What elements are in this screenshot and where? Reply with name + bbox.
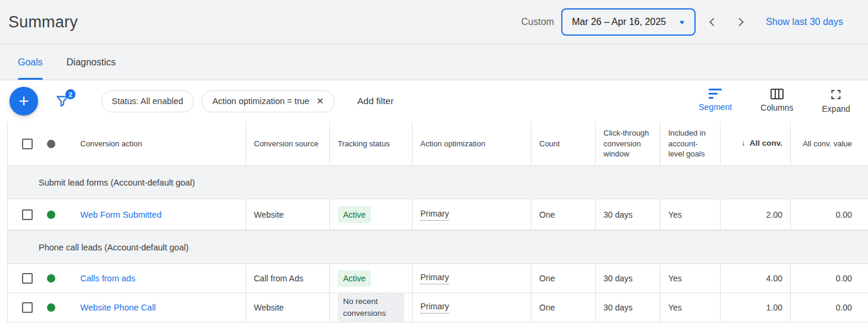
table-row: Website Phone Call Website No recent con… bbox=[8, 293, 868, 322]
cell-count: One bbox=[531, 199, 595, 230]
filter-chip-status[interactable]: Status: All enabled bbox=[101, 90, 194, 112]
tracking-status-badge: Active bbox=[338, 270, 371, 287]
date-range-value: Mar 26 – Apr 16, 2025 bbox=[572, 17, 666, 27]
cell-conversion-action: Calls from ads bbox=[8, 264, 246, 293]
segment-label: Segment bbox=[699, 102, 732, 112]
filter-chip-status-label: Status: All enabled bbox=[112, 96, 183, 106]
header-all-conv[interactable]: ↓ All conv. bbox=[720, 122, 790, 165]
group-row-submit-lead-forms: Submit lead forms (Account-default goal) bbox=[8, 165, 868, 199]
cell-included-goals: Yes bbox=[660, 199, 720, 230]
conversion-action-link[interactable]: Website Phone Call bbox=[80, 303, 156, 312]
cell-count: One bbox=[531, 293, 595, 322]
tab-bar: Goals Diagnostics bbox=[0, 45, 868, 80]
columns-button[interactable]: Columns bbox=[760, 89, 793, 114]
conversions-summary-page: Summary Custom Mar 26 – Apr 16, 2025 ▼ S… bbox=[0, 0, 868, 323]
previous-period-button[interactable] bbox=[700, 10, 724, 34]
expand-button[interactable]: Expand bbox=[822, 89, 850, 114]
columns-label: Columns bbox=[760, 103, 793, 112]
cell-click-through-window: 30 days bbox=[595, 264, 660, 293]
expand-label: Expand bbox=[822, 104, 850, 114]
cell-conversion-source: Website bbox=[246, 199, 329, 230]
chevron-left-icon bbox=[706, 15, 719, 29]
cell-conversion-source: Website bbox=[246, 293, 329, 322]
cell-included-goals: Yes bbox=[660, 264, 720, 293]
cell-all-conv-value: 0.00 bbox=[790, 264, 868, 293]
table-view-actions: Segment Columns Expand bbox=[699, 89, 850, 114]
action-optimization-value[interactable]: Primary bbox=[420, 272, 449, 284]
header-label: Conversion action bbox=[80, 139, 142, 149]
cell-action-optimization: Primary bbox=[412, 264, 531, 293]
top-bar: Summary Custom Mar 26 – Apr 16, 2025 ▼ S… bbox=[0, 0, 868, 45]
header-all-conv-value[interactable]: All conv. value bbox=[790, 122, 868, 165]
table-toolbar: + 2 Status: All enabled Action optimizat… bbox=[0, 80, 868, 122]
plus-icon: + bbox=[18, 91, 29, 111]
cell-tracking-status: Active bbox=[329, 199, 412, 230]
tracking-status-badge: Active bbox=[338, 206, 371, 223]
cell-conversion-action: Web Form Submitted bbox=[8, 199, 246, 230]
columns-icon bbox=[770, 89, 784, 99]
cell-action-optimization: Primary bbox=[412, 199, 531, 230]
date-mode-label: Custom bbox=[521, 17, 554, 27]
conversion-action-link[interactable]: Web Form Submitted bbox=[80, 210, 162, 219]
row-checkbox[interactable] bbox=[22, 209, 33, 220]
header-conversion-action: Conversion action bbox=[8, 122, 246, 165]
row-checkbox[interactable] bbox=[22, 302, 33, 313]
cell-all-conv-value: 0.00 bbox=[790, 293, 868, 322]
cell-all-conv: 1.00 bbox=[720, 293, 790, 322]
header-conversion-source[interactable]: Conversion source bbox=[246, 122, 329, 165]
cell-conversion-source: Call from Ads bbox=[246, 264, 329, 293]
date-range-picker[interactable]: Mar 26 – Apr 16, 2025 ▼ bbox=[561, 8, 696, 36]
show-last-30-days-link[interactable]: Show last 30 days bbox=[766, 17, 843, 27]
select-all-checkbox[interactable] bbox=[22, 139, 33, 149]
cell-tracking-status: No recent conversions bbox=[329, 293, 412, 322]
conversion-actions-table: Conversion action Conversion source Trac… bbox=[7, 122, 868, 322]
cell-count: One bbox=[531, 264, 595, 293]
expand-icon bbox=[830, 89, 842, 101]
enabled-status-dot bbox=[47, 303, 55, 312]
header-included-goals[interactable]: Included in account-level goals bbox=[660, 122, 720, 165]
chevron-right-icon bbox=[734, 15, 747, 29]
cell-action-optimization: Primary bbox=[412, 293, 531, 322]
segment-icon bbox=[709, 89, 722, 99]
header-click-through-window[interactable]: Click-through conversion window bbox=[595, 122, 660, 165]
add-conversion-button[interactable]: + bbox=[10, 87, 38, 115]
cell-tracking-status: Active bbox=[329, 264, 412, 293]
group-row-phone-call-leads: Phone call leads (Account-default goal) bbox=[8, 230, 868, 264]
enabled-status-dot bbox=[47, 274, 55, 283]
group-label: Submit lead forms (Account-default goal) bbox=[39, 178, 195, 187]
action-optimization-value[interactable]: Primary bbox=[420, 209, 449, 221]
header-tracking-status[interactable]: Tracking status bbox=[329, 122, 412, 165]
cell-click-through-window: 30 days bbox=[595, 199, 660, 230]
add-filter-button[interactable]: Add filter bbox=[357, 96, 394, 106]
cell-all-conv: 2.00 bbox=[720, 199, 790, 230]
filter-chip-action-optimization-label: Action optimization = true bbox=[212, 96, 309, 106]
table-row: Calls from ads Call from Ads Active Prim… bbox=[8, 264, 868, 293]
filter-button[interactable]: 2 bbox=[55, 93, 70, 109]
header-action-optimization[interactable]: Action optimization bbox=[412, 122, 531, 165]
next-period-button[interactable] bbox=[729, 10, 753, 34]
cell-all-conv-value: 0.00 bbox=[790, 199, 868, 230]
cell-conversion-action: Website Phone Call bbox=[8, 293, 246, 322]
conversion-action-link[interactable]: Calls from ads bbox=[80, 274, 136, 283]
cell-all-conv: 4.00 bbox=[720, 264, 790, 293]
cell-click-through-window: 30 days bbox=[595, 293, 660, 322]
cell-included-goals: Yes bbox=[660, 293, 720, 322]
table-row: Web Form Submitted Website Active Primar… bbox=[8, 199, 868, 230]
tab-goals[interactable]: Goals bbox=[18, 45, 43, 80]
sort-desc-icon: ↓ bbox=[741, 138, 746, 149]
enabled-status-dot bbox=[47, 211, 55, 219]
table-header-row: Conversion action Conversion source Trac… bbox=[8, 122, 868, 165]
segment-button[interactable]: Segment bbox=[699, 89, 732, 114]
action-optimization-value[interactable]: Primary bbox=[420, 302, 449, 313]
filter-chip-action-optimization[interactable]: Action optimization = true ✕ bbox=[202, 90, 335, 112]
tracking-status-badge: No recent conversions bbox=[338, 293, 404, 322]
tab-diagnostics[interactable]: Diagnostics bbox=[67, 45, 116, 80]
header-count[interactable]: Count bbox=[531, 122, 595, 165]
status-filter-dot[interactable] bbox=[47, 140, 55, 148]
group-label: Phone call leads (Account-default goal) bbox=[39, 243, 188, 252]
row-checkbox[interactable] bbox=[22, 273, 33, 284]
close-icon[interactable]: ✕ bbox=[316, 96, 324, 106]
page-title: Summary bbox=[8, 13, 78, 32]
date-controls: Custom Mar 26 – Apr 16, 2025 ▼ Show last… bbox=[521, 8, 843, 36]
filter-count-badge: 2 bbox=[65, 89, 76, 99]
